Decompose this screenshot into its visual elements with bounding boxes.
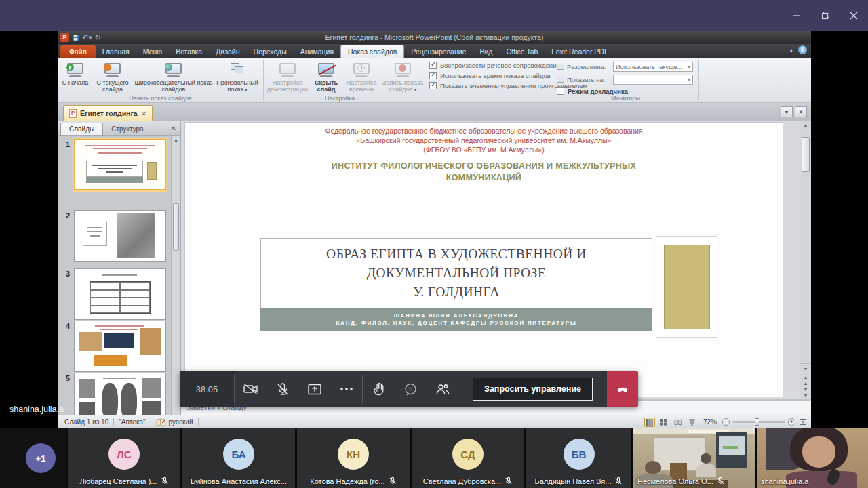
checkbox-presenter-view[interactable]: Режим докладчика xyxy=(557,87,693,95)
thumbnail-number: 4 xyxy=(66,322,70,330)
zoom-in-icon[interactable]: + xyxy=(788,418,795,426)
request-control-button[interactable]: Запросить управление xyxy=(473,378,593,401)
tab-review[interactable]: Рецензирование xyxy=(404,45,473,58)
mic-off-icon xyxy=(614,476,623,485)
thumbnails-scrollbar[interactable]: ▲ xyxy=(171,136,180,415)
tab-slideshow[interactable]: Показ слайдов xyxy=(340,45,404,58)
avatar: БА xyxy=(223,439,254,470)
mic-off-icon[interactable] xyxy=(267,371,298,407)
tab-design[interactable]: Дизайн xyxy=(209,45,246,58)
zoom-percentage[interactable]: 72% xyxy=(703,418,717,426)
participant-name: shanina.julia.a xyxy=(761,477,808,485)
resolution-dropdown[interactable]: Использовать текуще...▾ xyxy=(613,62,693,72)
scroll-down-icon[interactable]: ▼ xyxy=(800,365,811,374)
slide-sorter-view-icon[interactable] xyxy=(658,418,669,427)
pane-tab-slides[interactable]: Слайды xyxy=(60,123,103,135)
minimize-window-icon[interactable] xyxy=(783,0,811,30)
show-on-icon xyxy=(557,77,564,83)
call-control-bar: 38:05 xyxy=(180,371,638,407)
language-indicator[interactable]: русский xyxy=(169,418,193,426)
slide-institute-line1: ИНСТИТУТ ФИЛОЛОГИЧЕСКОГО ОБРАЗОВАНИЯ И М… xyxy=(185,161,783,171)
participant-tile[interactable]: СД Светлана Дубровска... xyxy=(412,428,524,488)
restore-window-icon[interactable] xyxy=(811,0,840,30)
participant-tile[interactable]: ЛС Любарец Светлана )... xyxy=(68,428,180,488)
slide-author-line1: ШАНИНА ЮЛИЯ АЛЕКСАНДРОВНА xyxy=(260,312,652,319)
close-pane-icon[interactable]: ✕ xyxy=(171,125,176,132)
hide-slide-button[interactable]: Скрыть слайд xyxy=(311,60,341,93)
record-slideshow-button[interactable]: Запись показа слайдов ▾ xyxy=(382,60,424,94)
slide-thumbnail[interactable] xyxy=(74,139,166,190)
participant-video-tile[interactable]: Несмелова Ольга О... xyxy=(633,428,755,488)
doc-tab-close-icon[interactable]: ✕ xyxy=(795,106,807,117)
slide-title-line3: У. ГОЛДИНГА xyxy=(261,283,652,302)
overflow-participants-tile[interactable]: +1 xyxy=(0,428,66,488)
participant-name: Котова Надежда (го... xyxy=(310,477,384,485)
tab-insert[interactable]: Вставка xyxy=(169,45,209,58)
ribbon-group-start-slideshow: С начала С текущего слайда Широковещател… xyxy=(58,58,263,102)
mic-off-icon xyxy=(717,476,725,485)
participants-icon[interactable] xyxy=(427,371,458,407)
spellcheck-icon[interactable] xyxy=(156,418,165,426)
participant-video-tile[interactable]: shanina.julia.a xyxy=(757,428,868,488)
slide-org-line1: Федеральное государственное бюджетное об… xyxy=(185,127,783,135)
document-icon xyxy=(69,109,77,118)
custom-slideshow-button[interactable]: Произвольный показ ▾ xyxy=(215,60,260,94)
from-current-slide-button[interactable]: С текущего слайда xyxy=(93,60,132,93)
show-on-label: Показать на: xyxy=(567,76,610,83)
editor-scrollbar[interactable]: ▲ ▼ ▲▲ ▼▼ xyxy=(800,121,811,399)
help-icon[interactable]: ? xyxy=(798,45,807,54)
participant-name: Любарец Светлана )... xyxy=(79,477,157,485)
previous-slide-icon[interactable]: ▲▲ xyxy=(800,374,811,386)
doc-tab-dropdown-icon[interactable]: ▾ xyxy=(781,106,793,117)
slide-thumbnail[interactable] xyxy=(74,210,166,262)
normal-view-icon[interactable] xyxy=(644,418,655,427)
from-beginning-button[interactable]: С начала xyxy=(59,60,92,86)
slide-author-line2: КАНД. ФИЛОЛ. НАУК, ДОЦЕНТ КАФЕДРЫ РУССКО… xyxy=(260,319,652,327)
camera-off-icon[interactable] xyxy=(235,371,267,407)
show-on-dropdown[interactable]: ▾ xyxy=(613,75,693,85)
powerpoint-titlebar: P ↶▾ ↻ Египет голдинга - Microsoft Power… xyxy=(58,30,811,44)
tab-foxit[interactable]: Foxit Reader PDF xyxy=(545,45,615,58)
next-slide-icon[interactable]: ▼▼ xyxy=(800,386,811,399)
zoom-slider[interactable] xyxy=(732,421,785,423)
close-document-icon[interactable]: ✕ xyxy=(141,110,146,117)
minimize-ribbon-icon[interactable]: ▴ xyxy=(789,47,793,54)
tab-home[interactable]: Главная xyxy=(96,45,136,58)
tab-office-tab[interactable]: Office Tab xyxy=(499,45,545,58)
slide-khaki-rectangle xyxy=(664,245,710,329)
participant-name: Светлана Дубровска... xyxy=(423,477,501,485)
slide-title-block: ОБРАЗ ЕГИПТА В ХУДОЖЕСТВЕННОЙ И ДОКУМЕНТ… xyxy=(260,238,652,331)
share-screen-icon[interactable] xyxy=(298,371,330,407)
tab-view[interactable]: Вид xyxy=(473,45,499,58)
broadcast-slideshow-button[interactable]: Широковещательный показ слайдов xyxy=(134,60,214,93)
tab-animations[interactable]: Анимация xyxy=(294,45,340,58)
slide-thumbnail[interactable] xyxy=(74,268,166,320)
close-window-icon[interactable] xyxy=(840,0,868,30)
setup-slideshow-button[interactable]: Настройка демонстрации xyxy=(265,60,310,93)
tab-menu[interactable]: Меню xyxy=(136,45,169,58)
zoom-out-icon[interactable]: − xyxy=(722,418,730,426)
avatar: КН xyxy=(338,439,369,470)
hang-up-button[interactable] xyxy=(607,371,638,407)
pane-tab-outline[interactable]: Структура xyxy=(103,123,151,135)
participant-tile[interactable]: КН Котова Надежда (го... xyxy=(297,428,410,488)
ribbon-group-monitors: Разрешение: Использовать текуще...▾ Пока… xyxy=(553,58,698,102)
participant-name: Буйнова Анастасия Алекс... xyxy=(191,477,287,485)
slide-thumbnail[interactable] xyxy=(74,321,166,372)
slide-thumbnail[interactable] xyxy=(74,373,166,415)
slideshow-view-icon[interactable] xyxy=(687,418,698,427)
fit-to-window-icon[interactable] xyxy=(799,418,807,426)
participant-tile[interactable]: БА Буйнова Анастасия Алекс... xyxy=(182,428,295,488)
rehearse-timings-button[interactable]: Настройка времени xyxy=(342,60,380,93)
more-options-icon[interactable] xyxy=(330,371,362,407)
raise-hand-icon[interactable] xyxy=(363,371,395,407)
participant-tile[interactable]: БВ Балдицын Павел Вя... xyxy=(526,428,631,488)
theme-name: "Аптека" xyxy=(119,418,145,426)
tab-file[interactable]: Файл xyxy=(60,45,96,58)
mic-off-icon xyxy=(389,476,397,485)
document-tab[interactable]: Египет голдинга ✕ xyxy=(63,105,153,121)
chat-icon[interactable] xyxy=(395,371,427,407)
slide-org-line3: (ФГБОУ ВО «БГПУ им. М.Акмуллы») xyxy=(185,146,783,154)
reading-view-icon[interactable] xyxy=(673,418,684,427)
tab-transitions[interactable]: Переходы xyxy=(247,45,294,58)
